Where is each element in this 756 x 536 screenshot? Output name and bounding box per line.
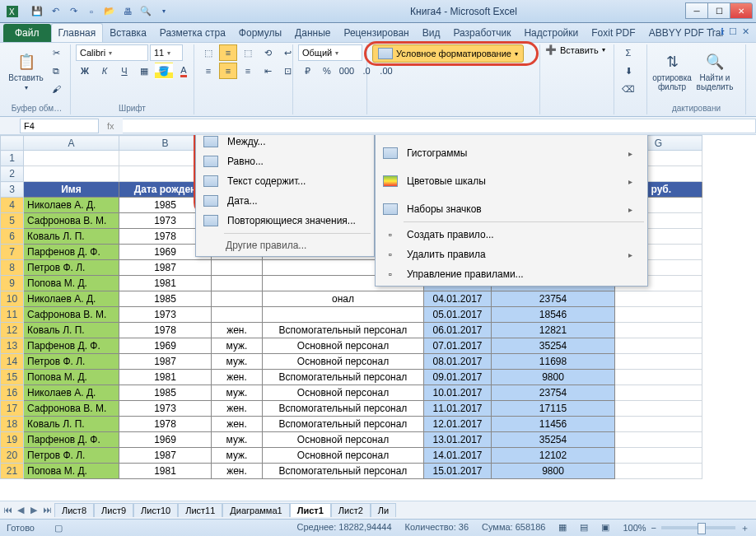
cell[interactable] [615, 432, 702, 448]
cell-name[interactable]: Парфенов Д. Ф. [24, 432, 119, 448]
cell-salary[interactable]: 9800 [492, 370, 615, 385]
tab-foxit[interactable]: Foxit PDF [585, 24, 642, 42]
cell-dept[interactable]: Вспомогательный персонал [263, 323, 424, 338]
align-bottom-icon[interactable]: ⬚ [239, 44, 257, 61]
name-box[interactable]: F4 [20, 119, 99, 133]
tab-review[interactable]: Рецензирован [337, 24, 415, 42]
row-header[interactable]: 9 [1, 276, 24, 291]
cell[interactable] [24, 151, 119, 166]
row-header[interactable]: 2 [1, 166, 24, 182]
zoom-out-icon[interactable]: − [651, 523, 656, 533]
minimize-button[interactable]: ─ [685, 2, 708, 19]
cell-name[interactable]: Попова М. Д. [24, 276, 119, 291]
cell-name[interactable]: Парфенов Д. Ф. [24, 338, 119, 354]
cell[interactable] [615, 417, 702, 432]
save-icon[interactable]: 💾 [30, 4, 44, 19]
italic-button[interactable]: К [96, 63, 114, 79]
cell-sex[interactable]: жен. [212, 401, 263, 417]
cell-name[interactable]: Николаев А. Д. [24, 385, 119, 401]
cell-salary[interactable]: 12821 [492, 323, 615, 338]
tab-view[interactable]: Вид [416, 24, 447, 42]
cell-year[interactable]: 1985 [119, 291, 212, 307]
file-tab[interactable]: Файл [3, 24, 51, 42]
sheet-tab[interactable]: Ли [371, 503, 396, 517]
cell-year[interactable]: 1987 [119, 354, 212, 370]
cell[interactable] [615, 354, 702, 370]
cell-dept[interactable]: Вспомогательный персонал [263, 464, 424, 479]
sheet-nav-first-icon[interactable]: ⏮ [2, 505, 13, 515]
cf-new-rule[interactable]: ▫Создать правило... [377, 225, 646, 245]
cell[interactable] [615, 385, 702, 401]
insert-cells-button[interactable]: ➕Вставить▾ [545, 44, 605, 55]
cell-year[interactable]: 1987 [119, 260, 212, 276]
cell-year[interactable]: 1973 [119, 401, 212, 417]
status-macro-icon[interactable]: ▢ [54, 523, 63, 534]
fill-color-button[interactable]: 🪣 [155, 63, 173, 79]
cell-year[interactable]: 1981 [119, 370, 212, 385]
row-header[interactable]: 3 [1, 182, 24, 198]
cell-sex[interactable]: жен. [212, 370, 263, 385]
cell-sex[interactable]: жен. [212, 464, 263, 479]
cell[interactable] [615, 307, 702, 323]
cell-year[interactable]: 1969 [119, 338, 212, 354]
cell-year[interactable]: 1985 [119, 385, 212, 401]
cell[interactable] [615, 291, 702, 307]
view-pagebreak-icon[interactable]: ▣ [601, 522, 609, 534]
cf-manage-rules[interactable]: ▫Управление правилами... [377, 264, 646, 284]
cell-name[interactable]: Николаев А. Д. [24, 291, 119, 307]
cell-name[interactable]: Сафронова В. М. [24, 307, 119, 323]
align-left-icon[interactable]: ≡ [199, 63, 217, 79]
cell-year[interactable]: 1981 [119, 464, 212, 479]
format-painter-icon[interactable]: 🖌 [47, 81, 65, 97]
cell-year[interactable]: 1973 [119, 307, 212, 323]
sort-filter-button[interactable]: ⇅ортировка фильтр [652, 44, 692, 99]
cell-date[interactable]: 13.01.2017 [424, 432, 492, 448]
zoom-slider[interactable] [661, 526, 735, 529]
open-icon[interactable]: 📂 [102, 4, 117, 19]
copy-icon[interactable]: ⧉ [47, 63, 65, 79]
cell-name[interactable]: Николаев А. Д. [24, 198, 119, 213]
autosum-icon[interactable]: Σ [619, 44, 637, 61]
border-button[interactable]: ▦ [135, 63, 153, 79]
rule-equal-to[interactable]: Равно... [198, 151, 372, 171]
cell[interactable] [615, 370, 702, 385]
cell-salary[interactable]: 12102 [492, 448, 615, 464]
cell-name[interactable]: Коваль Л. П. [24, 229, 119, 245]
cell-sex[interactable]: муж. [212, 338, 263, 354]
sheet-tab[interactable]: Лист10 [133, 503, 178, 517]
cell-salary[interactable]: 11456 [492, 417, 615, 432]
cell-date[interactable]: 14.01.2017 [424, 448, 492, 464]
cell-salary[interactable]: 18546 [492, 307, 615, 323]
font-color-button[interactable]: A [175, 63, 193, 79]
orientation-icon[interactable]: ⟲ [259, 44, 277, 61]
preview-icon[interactable]: 🔍 [138, 4, 153, 19]
cell-sex[interactable]: муж. [212, 354, 263, 370]
cell-salary[interactable]: 11698 [492, 354, 615, 370]
cell-dept[interactable]: Вспомогательный персонал [263, 417, 424, 432]
number-format-combo[interactable]: Общий▾ [298, 44, 362, 61]
cell-salary[interactable]: 17115 [492, 401, 615, 417]
cell-sex[interactable] [212, 307, 263, 323]
cell-sex[interactable] [212, 291, 263, 307]
quickprint-icon[interactable]: 🖶 [120, 4, 135, 19]
tab-formulas[interactable]: Формулы [232, 24, 288, 42]
cell-sex[interactable]: муж. [212, 448, 263, 464]
cell-salary[interactable]: 9800 [492, 464, 615, 479]
find-select-button[interactable]: 🔍Найти и выделить [695, 44, 735, 99]
row-header[interactable]: 15 [1, 370, 24, 385]
col-header-A[interactable]: A [24, 136, 119, 151]
cf-icon-sets[interactable]: Наборы значков▸ [377, 199, 646, 219]
align-center-icon[interactable]: ≡ [219, 63, 237, 79]
cell[interactable] [615, 448, 702, 464]
cell-sex[interactable]: муж. [212, 432, 263, 448]
cell-dept[interactable] [263, 307, 424, 323]
sheet-tab[interactable]: Лист2 [331, 503, 371, 517]
cell-name[interactable]: Коваль Л. П. [24, 417, 119, 432]
cell-name[interactable]: Парфенов Д. Ф. [24, 245, 119, 260]
row-header[interactable]: 14 [1, 354, 24, 370]
indent-dec-icon[interactable]: ⇤ [259, 63, 277, 79]
cell-date[interactable]: 12.01.2017 [424, 417, 492, 432]
zoom-level[interactable]: 100% [623, 523, 646, 533]
qat-more-icon[interactable]: ▾ [156, 4, 171, 19]
rule-text-contains[interactable]: Текст содержит... [198, 171, 372, 191]
